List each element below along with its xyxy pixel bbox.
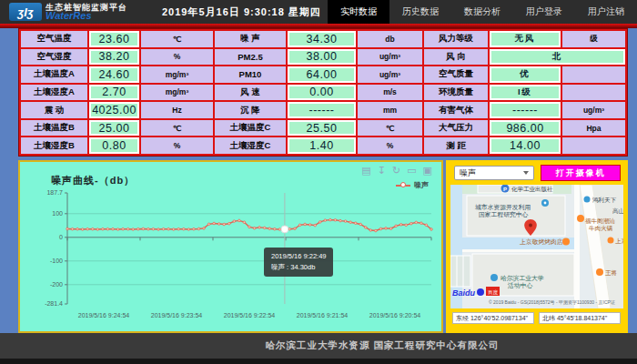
sensor-unit: Hz xyxy=(141,102,213,118)
header-datetime: 2019年5月16日 9:30:18 星期四 xyxy=(162,5,321,19)
tooltip-timestamp: 2019/5/16 9:22:49 xyxy=(271,251,326,262)
noise-chart[interactable]: 187.71000-100-200-281.42019/5/16 9:24:54… xyxy=(24,187,440,328)
restaurant-icon xyxy=(577,215,584,222)
map-poi-label: 王将 xyxy=(605,269,618,276)
sensor-value: 优 xyxy=(490,66,561,83)
sensor-table: 空气温度23.60℃噪 声34.30db风力等级无风级空气湿度38.20%PM2… xyxy=(18,28,628,157)
sensor-value: ------ xyxy=(288,102,356,118)
tooltip-value: 噪声 : 34.30db xyxy=(271,262,326,273)
latitude-field[interactable]: 北纬 45°45'18.841374" xyxy=(539,312,621,324)
sensor-label: 震 动 xyxy=(21,102,87,118)
svg-text:100: 100 xyxy=(52,210,63,217)
sensor-unit: mg/m³ xyxy=(141,66,213,83)
sensor-label: 大气压力 xyxy=(424,120,488,136)
app-footer: 哈尔滨工业大学水资源 国家工程研究中心有限公司 xyxy=(0,333,637,364)
sensor-unit: 级 xyxy=(562,31,625,47)
sensor-label: PM10 xyxy=(215,66,286,83)
sensor-value: 38.00 xyxy=(288,49,356,66)
sensor-value: 0.00 xyxy=(288,85,356,101)
sensor-label: 噪 声 xyxy=(215,31,286,47)
sensor-label: 空气质量 xyxy=(424,66,488,83)
chart-tooltip: 2019/5/16 9:22:49 噪声 : 34.30db xyxy=(264,248,333,277)
sensor-unit: % xyxy=(141,49,213,66)
sensor-unit xyxy=(562,66,625,83)
sensor-value: 34.30 xyxy=(288,31,356,47)
svg-text:2019/5/16 9:20:54: 2019/5/16 9:20:54 xyxy=(369,312,421,318)
sensor-value: 64.00 xyxy=(288,66,356,83)
svg-text:-281.4: -281.4 xyxy=(45,300,63,307)
sensor-unit xyxy=(562,85,625,101)
sensor-value: 23.60 xyxy=(89,31,139,47)
sensor-label: 风力等级 xyxy=(424,31,488,47)
sensor-label: 土壤湿度B xyxy=(21,137,87,154)
sensor-label: 环境质量 xyxy=(424,85,488,101)
sensor-value: 38.20 xyxy=(89,49,139,66)
zoom-reset-icon[interactable]: ▣ xyxy=(423,164,432,177)
map-poi-label: 上京 xyxy=(615,238,623,244)
footer-company: 哈尔滨工业大学水资源 国家工程研究中心有限公司 xyxy=(0,339,637,352)
sensor-label: 风 速 xyxy=(215,85,286,101)
sensor-unit: % xyxy=(358,137,422,154)
sensor-unit: ℃ xyxy=(358,120,422,136)
sensor-unit: ℃ xyxy=(141,31,213,47)
sensor-unit: mm xyxy=(358,102,422,118)
map-canvas[interactable]: P 化学工业出版社 城市水资源开发利用 国家工程研究中心 鸿利天下 高山 福牛阁… xyxy=(450,185,623,308)
sensor-unit: m/s xyxy=(358,85,422,101)
sensor-label: 土壤湿度C xyxy=(215,137,286,154)
app-header: ʒƖʒ 生态桩智能监测平台 WaterRes 2019年5月16日 9:30:1… xyxy=(0,0,637,24)
svg-text:2019/5/16 9:24:54: 2019/5/16 9:24:54 xyxy=(78,312,130,318)
sensor-unit: Hpa xyxy=(562,120,625,136)
map-poi-label: 活动中心 xyxy=(507,282,532,289)
nav-user-logout[interactable]: 用户注销 xyxy=(575,0,637,24)
map-panel: 噪声 打开摄像机 P 化学工业出版社 城市水资源开发利用 国家工程研究中 xyxy=(446,160,628,333)
sensor-value: 4025.00 xyxy=(89,102,139,118)
baidu-logo: Baidu xyxy=(452,288,476,298)
sensor-value: 0.80 xyxy=(89,137,139,154)
sensor-unit: % xyxy=(141,137,213,154)
map-poi-label: 国家工程研究中心 xyxy=(479,211,529,218)
sensor-value: 14.00 xyxy=(490,137,561,154)
sensor-label: 土壤湿度A xyxy=(21,85,87,101)
sensor-label: 有害气体 xyxy=(424,102,488,118)
restaurant-icon xyxy=(608,238,614,244)
logo-mark-icon: ʒƖʒ xyxy=(9,3,42,21)
svg-text:P: P xyxy=(503,187,507,192)
sensor-label: 测 距 xyxy=(424,137,488,154)
save-image-icon[interactable]: ↧ xyxy=(378,164,386,177)
data-zoom-icon[interactable]: ▭ xyxy=(407,164,416,177)
sensor-unit: ug/m³ xyxy=(358,49,422,66)
sensor-value: ------ xyxy=(490,102,561,118)
poi-icon xyxy=(490,274,498,281)
main-nav: 实时数据历史数据数据分析用户登录用户注销 xyxy=(328,0,637,24)
sensor-select[interactable]: 噪声 xyxy=(454,166,534,180)
svg-text:2019/5/16 9:21:54: 2019/5/16 9:21:54 xyxy=(297,312,349,318)
map-poi-label: 哈尔滨工业大学 xyxy=(500,275,544,282)
nav-data-analysis[interactable]: 数据分析 xyxy=(451,0,513,24)
data-view-icon[interactable]: ▤ xyxy=(361,164,370,177)
svg-text:-200: -200 xyxy=(50,281,63,288)
app-subtitle: WaterRes xyxy=(46,11,127,21)
restore-icon[interactable]: ↻ xyxy=(392,164,400,177)
nav-history-data[interactable]: 历史数据 xyxy=(389,0,451,24)
nav-user-login[interactable]: 用户登录 xyxy=(513,0,575,24)
sensor-label: PM2.5 xyxy=(215,49,286,66)
map-poi-label: 化学工业出版社 xyxy=(511,186,553,193)
map-poi-label: 福牛阁潮汕 xyxy=(585,217,615,225)
svg-text:-100: -100 xyxy=(50,258,63,264)
longitude-field[interactable]: 东经 126°40'52.0987134" xyxy=(452,312,534,324)
map-poi-label: 高山 xyxy=(612,207,623,214)
restaurant-icon xyxy=(596,268,603,276)
sensor-value: 24.60 xyxy=(89,66,139,83)
sensor-label: 土壤温度C xyxy=(215,120,286,136)
open-camera-button[interactable]: 打开摄像机 xyxy=(541,165,621,181)
sensor-value: 无风 xyxy=(490,31,561,47)
sensor-label: 空气温度 xyxy=(21,31,87,47)
sensor-value: 北 xyxy=(490,49,625,66)
sensor-unit: ℃ xyxy=(141,120,213,136)
map-attribution: © 2019 Baidu - GS(2018)5572号 - 甲测资字11009… xyxy=(489,299,615,306)
nav-realtime-data[interactable]: 实时数据 xyxy=(328,0,389,24)
map-poi-label: 城市水资源开发利用 xyxy=(474,204,531,211)
baidu-map[interactable]: P 化学工业出版社 城市水资源开发利用 国家工程研究中心 鸿利天下 高山 福牛阁… xyxy=(450,185,623,308)
legend-line-marker-icon xyxy=(396,185,410,187)
restaurant-icon xyxy=(562,238,570,246)
